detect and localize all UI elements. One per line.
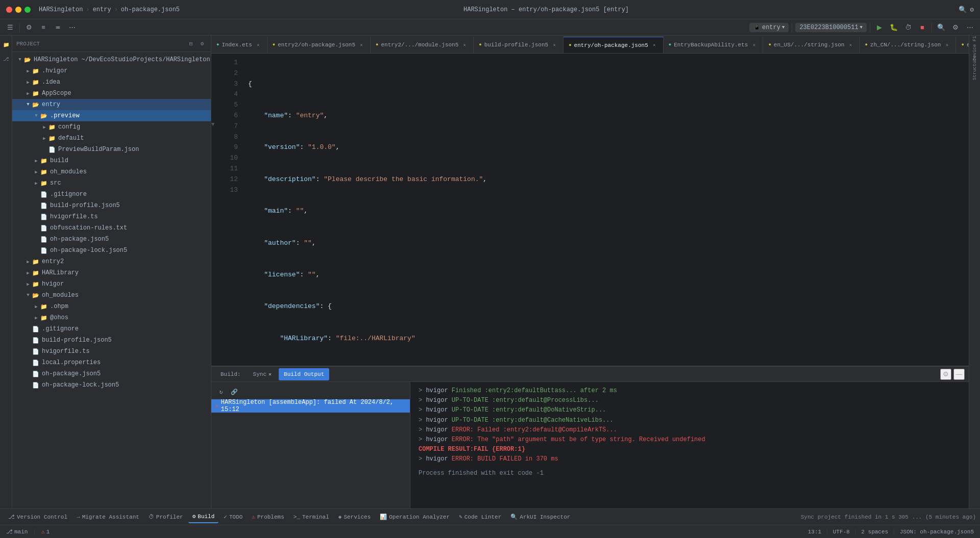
tree-item-ohpackagelock-root[interactable]: ▶ 📄 oh-package-lock.json5 [12, 379, 211, 391]
tab-services[interactable]: ◈ Services [334, 511, 375, 523]
tab-build[interactable]: ⚙ Build [188, 511, 219, 523]
code-editor[interactable]: ▼ 1 2 3 4 5 6 7 8 9 10 11 12 13 [211, 54, 969, 366]
tree-item-buildprofile-root[interactable]: ▶ 📄 build-profile.json5 [12, 335, 211, 346]
device-file-btn[interactable]: Device Files [970, 40, 979, 49]
device-selector[interactable]: 📱 entry ▼ [749, 23, 789, 32]
tab-bp-close[interactable]: ✕ [551, 41, 558, 48]
tab-operation-analyzer[interactable]: 📊 Operation Analyzer [376, 511, 454, 523]
structure-icon[interactable]: ⎇ [1, 54, 11, 64]
status-encoding[interactable]: UTF-8 [831, 526, 852, 537]
align-btn[interactable]: ≡ [37, 21, 50, 34]
tab-en-string[interactable]: ● en_US/.../string.json ✕ [763, 37, 860, 53]
tab-eb-close[interactable]: ✕ [750, 41, 757, 48]
tree-item-build[interactable]: ▶ 📁 build [12, 155, 211, 166]
tree-item-hvigorfile1[interactable]: ▶ 📄 hvigorfile.ts [12, 211, 211, 222]
build-expand-btn[interactable]: ↻ [215, 386, 227, 397]
tab-code-linter[interactable]: ✎ Code Linter [455, 511, 505, 523]
tree-item-config[interactable]: ▶ 📁 config [12, 121, 211, 133]
tree-item-ohmodules-root[interactable]: ▼ 📂 oh_modules [12, 290, 211, 301]
structure-panel-btn[interactable]: Structure [970, 63, 979, 72]
status-indent[interactable]: 2 spaces [859, 526, 890, 537]
tree-item-default[interactable]: ▶ 📁 default [12, 133, 211, 144]
build-link-btn[interactable]: 🔗 [229, 386, 240, 397]
tab-version-control[interactable]: ⎇ Version Control [4, 511, 71, 523]
breadcrumb-part1[interactable]: HARSingleton [39, 6, 83, 13]
build-item-harsingle[interactable]: ● HARSingleton [assembleApp]: failed At … [211, 399, 410, 413]
breadcrumb-part2[interactable]: entry [93, 6, 111, 13]
sync-close[interactable]: ✕ [268, 371, 272, 377]
tree-item-ohpackagelock1[interactable]: ▶ 📄 oh-package-lock.json5 [12, 245, 211, 256]
menu-button[interactable]: ☰ [4, 21, 16, 34]
tab-build-profile[interactable]: ● build-profile.json5 ✕ [474, 37, 564, 53]
close-button[interactable] [6, 7, 12, 13]
project-icon[interactable]: 📁 [1, 40, 11, 50]
tab-index-close[interactable]: ✕ [255, 41, 262, 48]
build-id-selector[interactable]: 23E0223B10000511 ▼ [795, 23, 867, 32]
build-output-area[interactable]: > hvigor Finished :entry2:defaultButtass… [410, 382, 969, 508]
code-content[interactable]: { "name": "entry", "version": "1.0.0", "… [244, 54, 969, 366]
tab-e2m-close[interactable]: ✕ [461, 41, 468, 48]
breadcrumb-part3[interactable]: oh-package.json5 [121, 6, 180, 13]
tree-item-gitignore1[interactable]: ▶ 📄 .gitignore [12, 189, 211, 200]
tab-en-close[interactable]: ✕ [847, 41, 854, 48]
tab-entry2-module[interactable]: ● entry2/.../module.json5 ✕ [371, 37, 474, 53]
search-big-btn[interactable]: 🔍 [935, 21, 947, 34]
tab-entry-backup[interactable]: ● EntryBackupAbility.ets ✕ [664, 37, 764, 53]
search-icon[interactable]: 🔍 [959, 6, 967, 14]
tree-item-hvigor[interactable]: ▶ 📁 .hvigor [12, 65, 211, 76]
tab-e2-close[interactable]: ✕ [358, 41, 365, 48]
tab-migrate[interactable]: → Migrate Assistant [72, 511, 143, 523]
more-btn[interactable]: ⋯ [66, 21, 78, 34]
status-filetype[interactable]: JSON: oh-package.json5 [898, 526, 976, 537]
tree-item-preview[interactable]: ▼ 📂 .preview [12, 110, 211, 121]
stop-btn[interactable]: ■ [916, 21, 928, 34]
settings-icon[interactable]: ⚙ [970, 6, 974, 14]
tree-item-gitignore-root[interactable]: ▶ 📄 .gitignore [12, 323, 211, 335]
tab-arkui[interactable]: 🔍 ArkUI Inspector [506, 511, 574, 523]
build-tab-output[interactable]: Build Output [279, 368, 329, 380]
tree-item-buildprofile1[interactable]: ▶ 📄 build-profile.json5 [12, 200, 211, 211]
run-btn[interactable]: ▶ [873, 21, 886, 34]
tab-entry2-ohpkg[interactable]: ● entry2/oh-package.json5 ✕ [267, 37, 371, 53]
maximize-button[interactable] [24, 7, 31, 13]
build-settings-btn[interactable]: ⚙ [940, 369, 951, 380]
tree-item-src[interactable]: ▶ 📁 src [12, 177, 211, 189]
tree-item-ohpackage1[interactable]: ▶ 📄 oh-package.json5 [12, 234, 211, 245]
tree-item-hvigorfile-root[interactable]: ▶ 📄 hvigorfile.ts [12, 346, 211, 357]
settings-toolbar-btn[interactable]: ⚙ [23, 21, 35, 34]
build-tab-sync[interactable]: Sync ✕ [248, 368, 277, 380]
tree-item-idea[interactable]: ▶ 📁 .idea [12, 76, 211, 88]
tree-item-ohmodules[interactable]: ▶ 📁 oh_modules [12, 166, 211, 177]
tab-todo[interactable]: ✓ TODO [219, 511, 247, 523]
tree-item-appscope[interactable]: ▶ 📁 AppScope [12, 88, 211, 99]
tree-item-hvigor-root[interactable]: ▶ 📁 hvigor [12, 278, 211, 290]
more-actions-btn[interactable]: ⋯ [964, 21, 976, 34]
tab-index-ets[interactable]: ● Index.ets ✕ [211, 37, 267, 53]
tree-item-entry2[interactable]: ▶ 📁 entry2 [12, 256, 211, 267]
tree-item-harlibrary[interactable]: ▶ 📁 HARLibrary [12, 267, 211, 278]
status-errors[interactable]: ⚠ 1 [39, 526, 52, 537]
tree-item-ohpm[interactable]: ▶ 📁 .ohpm [12, 301, 211, 312]
debug-btn[interactable]: 🐛 [888, 21, 900, 34]
minimize-button[interactable] [15, 7, 21, 13]
tab-zh-string[interactable]: ● zh_CN/.../string.json ✕ [860, 37, 956, 53]
build-collapse-btn[interactable]: — [953, 369, 965, 380]
tab-profiler[interactable]: ⏱ Profiler [144, 511, 187, 523]
list-btn[interactable]: ≖ [52, 21, 64, 34]
tab-problems[interactable]: ⚠ Problems [248, 511, 288, 523]
tab-terminal[interactable]: >_ Terminal [289, 511, 333, 523]
tab-entry-module[interactable]: ● entry/.../module.json5 ✕ [956, 37, 969, 53]
tree-item-local-properties[interactable]: ▶ 📄 local.properties [12, 357, 211, 368]
tree-item-ohos[interactable]: ▶ 📁 @ohos [12, 312, 211, 323]
tab-ep-close[interactable]: ✕ [651, 42, 658, 49]
tree-item-previewbuild[interactable]: ▶ 📄 PreviewBuildParam.json [12, 144, 211, 155]
tab-entry-ohpkg[interactable]: ● entry/oh-package.json5 ✕ [564, 37, 664, 53]
status-git[interactable]: ⎇ main [4, 526, 30, 537]
tree-item-obfuscation[interactable]: ▶ 📄 obfuscation-rules.txt [12, 222, 211, 234]
profile-btn[interactable]: ⏱ [902, 21, 914, 34]
tree-item-ohpackage-root[interactable]: ▶ 📄 oh-package.json5 [12, 368, 211, 379]
tree-root[interactable]: ▼ 📂 HARSingleton ~/DevEcoStudioProjects/… [12, 54, 211, 65]
build-tab-build[interactable]: Build: [215, 368, 246, 380]
tree-settings[interactable]: ⚙ [198, 39, 207, 48]
tree-collapse-all[interactable]: ⊟ [186, 39, 195, 48]
